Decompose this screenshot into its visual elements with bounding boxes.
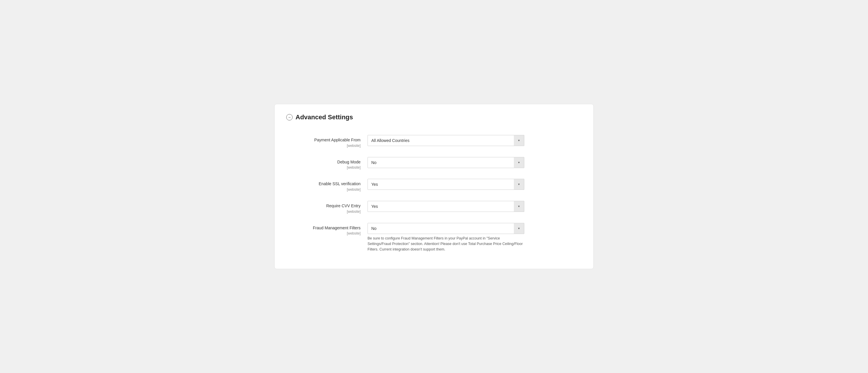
form-row-require_cvv_entry: Require CVV Entry[website]YesNo	[286, 196, 582, 218]
collapse-icon[interactable]	[286, 114, 292, 121]
select-fraud_management_filters[interactable]: NoYes	[368, 223, 524, 234]
card-header: Advanced Settings	[286, 114, 582, 121]
field-label-payment_applicable_from: Payment Applicable From	[286, 137, 361, 143]
select-wrapper-enable_ssl_verification: YesNo	[368, 179, 524, 190]
field-hint-fraud_management_filters: Be sure to configure Fraud Management Fi…	[368, 236, 524, 252]
form-row-fraud_management_filters: Fraud Management Filters[website]NoYesBe…	[286, 218, 582, 257]
select-payment_applicable_from[interactable]: All Allowed CountriesSpecific Countries	[368, 135, 524, 146]
page-title: Advanced Settings	[296, 114, 353, 121]
field-label-debug_mode: Debug Mode	[286, 159, 361, 165]
form-row-payment_applicable_from: Payment Applicable From[website]All Allo…	[286, 130, 582, 152]
field-scope-payment_applicable_from: [website]	[286, 144, 361, 148]
advanced-settings-card: Advanced Settings Payment Applicable Fro…	[274, 104, 594, 269]
select-require_cvv_entry[interactable]: YesNo	[368, 201, 524, 212]
select-wrapper-debug_mode: NoYes	[368, 157, 524, 168]
form-row-enable_ssl_verification: Enable SSL verification[website]YesNo	[286, 174, 582, 196]
select-wrapper-fraud_management_filters: NoYes	[368, 223, 524, 234]
field-scope-enable_ssl_verification: [website]	[286, 188, 361, 192]
field-label-require_cvv_entry: Require CVV Entry	[286, 203, 361, 209]
select-wrapper-require_cvv_entry: YesNo	[368, 201, 524, 212]
settings-form: Payment Applicable From[website]All Allo…	[286, 130, 582, 257]
select-wrapper-payment_applicable_from: All Allowed CountriesSpecific Countries	[368, 135, 524, 146]
field-scope-fraud_management_filters: [website]	[286, 231, 361, 236]
field-label-fraud_management_filters: Fraud Management Filters	[286, 225, 361, 231]
form-row-debug_mode: Debug Mode[website]NoYes	[286, 152, 582, 175]
field-scope-debug_mode: [website]	[286, 165, 361, 169]
field-scope-require_cvv_entry: [website]	[286, 210, 361, 214]
field-label-enable_ssl_verification: Enable SSL verification	[286, 181, 361, 187]
select-debug_mode[interactable]: NoYes	[368, 157, 524, 168]
select-enable_ssl_verification[interactable]: YesNo	[368, 179, 524, 190]
